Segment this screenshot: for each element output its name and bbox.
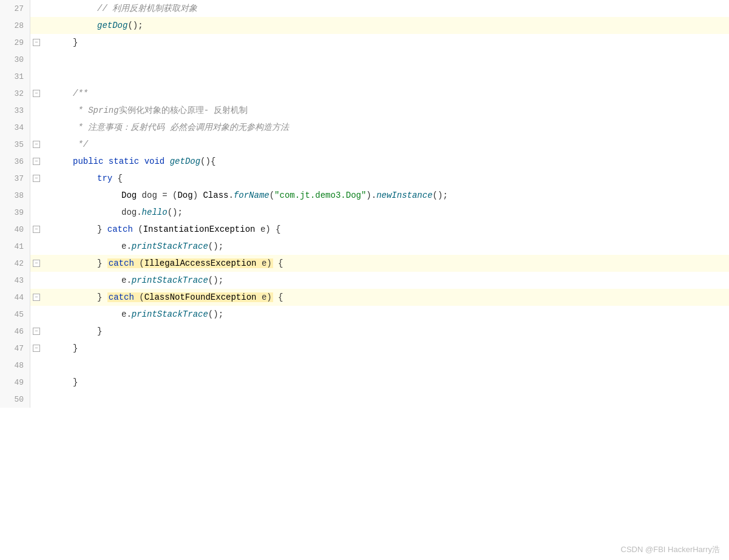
code-line-40: 40 − } catch (InstantiationException e) … [0, 221, 729, 238]
code-line-27: 27 // 利用反射机制获取对象 [0, 0, 729, 17]
code-content-29: } [42, 34, 729, 51]
line-number-50: 50 [0, 391, 30, 408]
code-line-36: 36 − public static void getDog(){ [0, 153, 729, 170]
code-content-50 [42, 391, 729, 408]
line-number-48: 48 [0, 357, 30, 374]
code-line-34: 34 * 注意事项：反射代码 必然会调用对象的无参构造方法 [0, 119, 729, 136]
code-content-39: dog.hello(); [42, 204, 729, 221]
line-number-40: 40 [0, 221, 30, 238]
code-content-27: // 利用反射机制获取对象 [42, 0, 729, 17]
catch-highlight-42: catch (IllegalAccessException e) [107, 258, 273, 268]
line-number-39: 39 [0, 204, 30, 221]
code-line-35: 35 − */ [0, 136, 729, 153]
line-number-30: 30 [0, 51, 30, 68]
code-line-42: 42 − } catch (IllegalAccessException e) … [0, 255, 729, 272]
line-number-36: 36 [0, 153, 30, 170]
fold-gutter-40[interactable]: − [30, 226, 42, 233]
code-line-33: 33 * Spring实例化对象的核心原理- 反射机制 [0, 102, 729, 119]
code-line-28: 28 getDog(); [0, 17, 729, 34]
code-line-46: 46 − } [0, 323, 729, 340]
code-content-44: } catch (ClassNotFoundException e) { [42, 289, 729, 306]
code-line-29: 29 − } [0, 34, 729, 51]
code-content-46: } [42, 323, 729, 340]
catch-highlight-44: catch (ClassNotFoundException e) [107, 292, 273, 302]
line-number-34: 34 [0, 119, 30, 136]
fold-icon-46[interactable]: − [33, 328, 40, 335]
code-line-32: 32 − /** [0, 85, 729, 102]
code-line-44: 44 − } catch (ClassNotFoundException e) … [0, 289, 729, 306]
watermark: CSDN @FBI HackerHarry浩 [621, 544, 720, 555]
line-number-41: 41 [0, 238, 30, 255]
code-line-43: 43 e.printStackTrace(); [0, 272, 729, 289]
code-line-45: 45 e.printStackTrace(); [0, 306, 729, 323]
line-number-31: 31 [0, 68, 30, 85]
code-content-33: * Spring实例化对象的核心原理- 反射机制 [42, 102, 729, 119]
fold-icon-36[interactable]: − [33, 158, 40, 165]
fold-icon-47[interactable]: − [33, 345, 40, 352]
fold-gutter-32[interactable]: − [30, 90, 42, 97]
line-number-33: 33 [0, 102, 30, 119]
code-content-31 [42, 68, 729, 85]
fold-icon-44[interactable]: − [33, 294, 40, 301]
code-line-38: 38 Dog dog = (Dog) Class.forName("com.jt… [0, 187, 729, 204]
code-editor: 27 // 利用反射机制获取对象 28 getDog(); 29 − } [0, 0, 729, 560]
fold-gutter-29[interactable]: − [30, 39, 42, 46]
code-content-34: * 注意事项：反射代码 必然会调用对象的无参构造方法 [42, 119, 729, 136]
line-number-38: 38 [0, 187, 30, 204]
fold-icon-42[interactable]: − [33, 260, 40, 267]
getdog-call: getDog [97, 21, 127, 30]
code-content-48 [42, 357, 729, 374]
code-line-31: 31 [0, 68, 729, 85]
code-content-28: getDog(); [42, 17, 729, 34]
fold-gutter-42[interactable]: − [30, 260, 42, 267]
fold-icon-40[interactable]: − [33, 226, 40, 233]
line-number-45: 45 [0, 306, 30, 323]
code-line-41: 41 e.printStackTrace(); [0, 238, 729, 255]
line-number-32: 32 [0, 85, 30, 102]
code-content-40: } catch (InstantiationException e) { [42, 221, 729, 238]
fold-gutter-46[interactable]: − [30, 328, 42, 335]
code-content-38: Dog dog = (Dog) Class.forName("com.jt.de… [42, 187, 729, 204]
fold-gutter-36[interactable]: − [30, 158, 42, 165]
code-content-37: try { [42, 170, 729, 187]
line-number-44: 44 [0, 289, 30, 306]
fold-icon-37[interactable]: − [33, 175, 40, 182]
line-number-43: 43 [0, 272, 30, 289]
fold-icon-29[interactable]: − [33, 39, 40, 46]
comment-27: // 利用反射机制获取对象 [97, 3, 197, 14]
fold-gutter-37[interactable]: − [30, 175, 42, 182]
line-number-46: 46 [0, 323, 30, 340]
code-line-37: 37 − try { [0, 170, 729, 187]
line-number-49: 49 [0, 374, 30, 391]
fold-gutter-47[interactable]: − [30, 345, 42, 352]
code-line-48: 48 [0, 357, 729, 374]
line-number-29: 29 [0, 34, 30, 51]
code-content-35: */ [42, 136, 729, 153]
fold-icon-32[interactable]: − [33, 90, 40, 97]
line-number-28: 28 [0, 17, 30, 34]
code-area: 27 // 利用反射机制获取对象 28 getDog(); 29 − } [0, 0, 729, 560]
code-content-49: } [42, 374, 729, 391]
code-content-47: } [42, 340, 729, 357]
line-number-37: 37 [0, 170, 30, 187]
fold-gutter-44[interactable]: − [30, 294, 42, 301]
code-line-50: 50 [0, 391, 729, 408]
code-line-30: 30 [0, 51, 729, 68]
fold-icon-35[interactable]: − [33, 141, 40, 148]
code-line-39: 39 dog.hello(); [0, 204, 729, 221]
fold-gutter-35[interactable]: − [30, 141, 42, 148]
code-content-30 [42, 51, 729, 68]
code-content-42: } catch (IllegalAccessException e) { [42, 255, 729, 272]
code-content-43: e.printStackTrace(); [42, 272, 729, 289]
line-number-47: 47 [0, 340, 30, 357]
code-content-41: e.printStackTrace(); [42, 238, 729, 255]
code-content-32: /** [42, 85, 729, 102]
line-number-27: 27 [0, 0, 30, 17]
line-number-35: 35 [0, 136, 30, 153]
code-content-45: e.printStackTrace(); [42, 306, 729, 323]
code-line-49: 49 } [0, 374, 729, 391]
line-number-42: 42 [0, 255, 30, 272]
code-content-36: public static void getDog(){ [42, 153, 729, 170]
code-line-47: 47 − } [0, 340, 729, 357]
